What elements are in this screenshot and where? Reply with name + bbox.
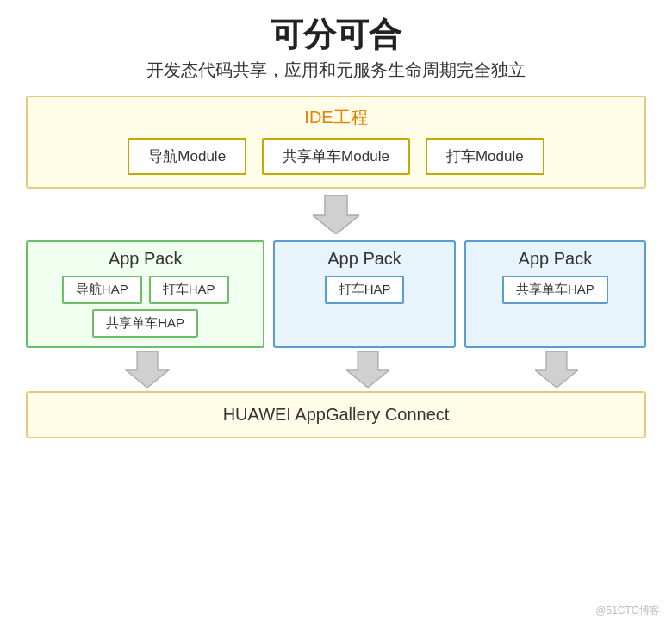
module-bike: 共享单车Module <box>262 138 410 175</box>
hap-bike-blue: 共享单车HAP <box>502 276 608 304</box>
arrows-row <box>26 351 646 388</box>
title-section: 可分可合 开发态代码共享，应用和元服务生命周期完全独立 <box>146 16 526 82</box>
hap-row-green-1: 导航HAP 打车HAP <box>36 276 254 304</box>
app-pack-row: App Pack 导航HAP 打车HAP 共享单车HAP App Pack 打车… <box>26 240 646 348</box>
ide-label: IDE工程 <box>41 106 631 129</box>
hap-navigation: 导航HAP <box>62 276 142 304</box>
huawei-label: HUAWEI AppGallery Connect <box>223 405 450 424</box>
module-taxi: 打车Module <box>426 138 544 175</box>
arrow-down-icon <box>313 195 359 234</box>
ide-modules: 导航Module 共享单车Module 打车Module <box>41 138 631 175</box>
hap-bike: 共享单车HAP <box>92 309 198 338</box>
app-pack-blue2: App Pack 共享单车HAP <box>464 240 646 348</box>
hap-taxi: 打车HAP <box>149 276 229 304</box>
arrow-down-icon-green <box>124 351 171 388</box>
watermark: @51CTO博客 <box>595 604 660 618</box>
huawei-section: HUAWEI AppGallery Connect <box>26 391 646 438</box>
hap-taxi-blue: 打车HAP <box>325 276 405 304</box>
arrow-blue1 <box>277 351 457 388</box>
main-title: 可分可合 <box>146 16 526 55</box>
hap-row-green-2: 共享单车HAP <box>36 309 254 338</box>
app-pack-blue2-title: App Pack <box>475 249 636 269</box>
hap-row-blue1: 打车HAP <box>283 276 445 304</box>
arrow-down-icon-blue1 <box>346 351 389 388</box>
app-pack-green: App Pack 导航HAP 打车HAP 共享单车HAP <box>26 240 264 348</box>
sub-title: 开发态代码共享，应用和元服务生命周期完全独立 <box>146 59 526 82</box>
ide-section: IDE工程 导航Module 共享单车Module 打车Module <box>26 96 646 189</box>
arrow-blue2 <box>466 351 646 388</box>
hap-row-blue2: 共享单车HAP <box>475 276 636 304</box>
module-navigation: 导航Module <box>128 138 246 175</box>
svg-marker-1 <box>127 351 169 388</box>
app-pack-green-title: App Pack <box>36 249 254 269</box>
arrow-green <box>26 351 269 388</box>
svg-marker-0 <box>313 195 359 234</box>
svg-marker-3 <box>535 351 577 388</box>
app-pack-blue1: App Pack 打车HAP <box>273 240 455 348</box>
arrow-down-icon-blue2 <box>535 351 578 388</box>
svg-marker-2 <box>346 351 389 388</box>
main-arrow <box>313 196 359 233</box>
app-pack-blue1-title: App Pack <box>283 249 445 269</box>
